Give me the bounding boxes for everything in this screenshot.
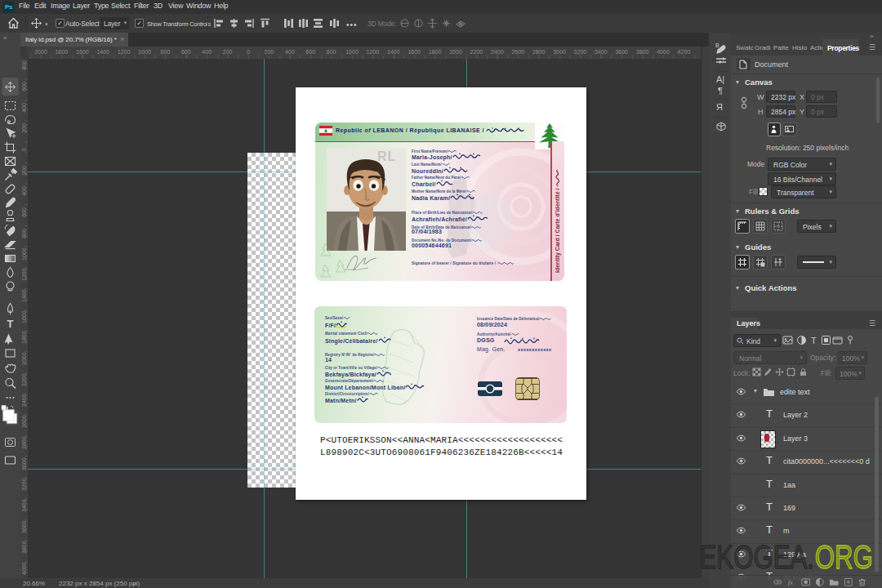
svg-text:A|: A| [716,74,724,84]
svg-text:EKOGEA.: EKOGEA. [700,539,814,576]
svg-text:B: B [715,42,719,48]
svg-text:fx: fx [788,579,793,586]
svg-text:T: T [7,318,14,330]
svg-text:¶: ¶ [718,86,723,96]
svg-text:T: T [811,336,817,345]
svg-text:ORG: ORG [815,539,873,576]
svg-text:Я: Я [716,102,723,112]
